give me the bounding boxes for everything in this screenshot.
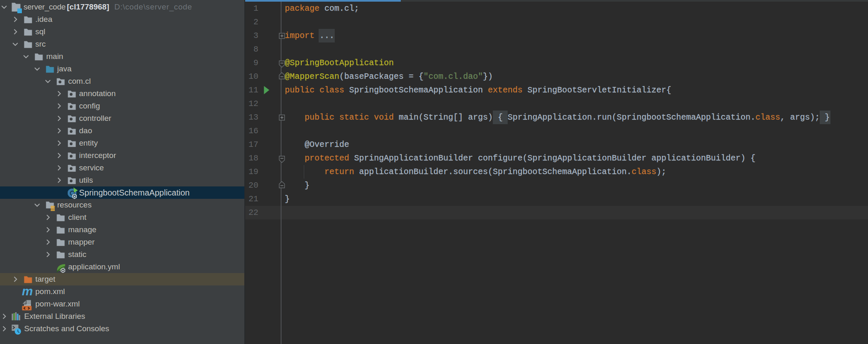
svg-text:m: m bbox=[22, 286, 33, 297]
